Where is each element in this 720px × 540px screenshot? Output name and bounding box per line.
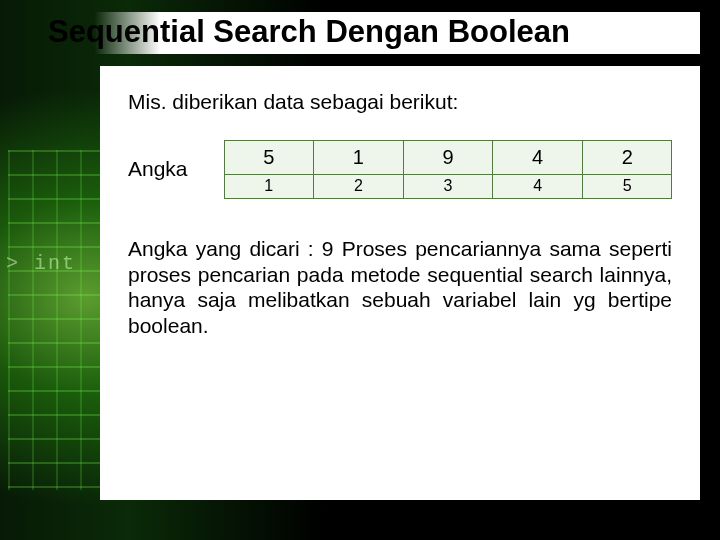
index-cell: 5 — [582, 174, 673, 199]
body-paragraph: Angka yang dicari : 9 Proses pencarianny… — [128, 236, 672, 338]
value-cell: 4 — [492, 140, 583, 175]
value-cell: 1 — [313, 140, 404, 175]
index-cell: 2 — [313, 174, 404, 199]
index-cell: 1 — [224, 174, 315, 199]
slide-title: Sequential Search Dengan Boolean — [42, 12, 700, 54]
data-table: Angka 5 1 9 4 2 1 2 3 4 5 — [128, 140, 672, 198]
intro-text: Mis. diberikan data sebagai berikut: — [128, 90, 672, 114]
table-grid: 5 1 9 4 2 1 2 3 4 5 — [224, 140, 672, 198]
value-cell: 9 — [403, 140, 494, 175]
value-cell: 2 — [582, 140, 673, 175]
table-row-label: Angka — [128, 140, 206, 198]
value-cell: 5 — [224, 140, 315, 175]
content-panel: Mis. diberikan data sebagai berikut: Ang… — [100, 66, 700, 500]
index-cell: 4 — [492, 174, 583, 199]
index-cell: 3 — [403, 174, 494, 199]
